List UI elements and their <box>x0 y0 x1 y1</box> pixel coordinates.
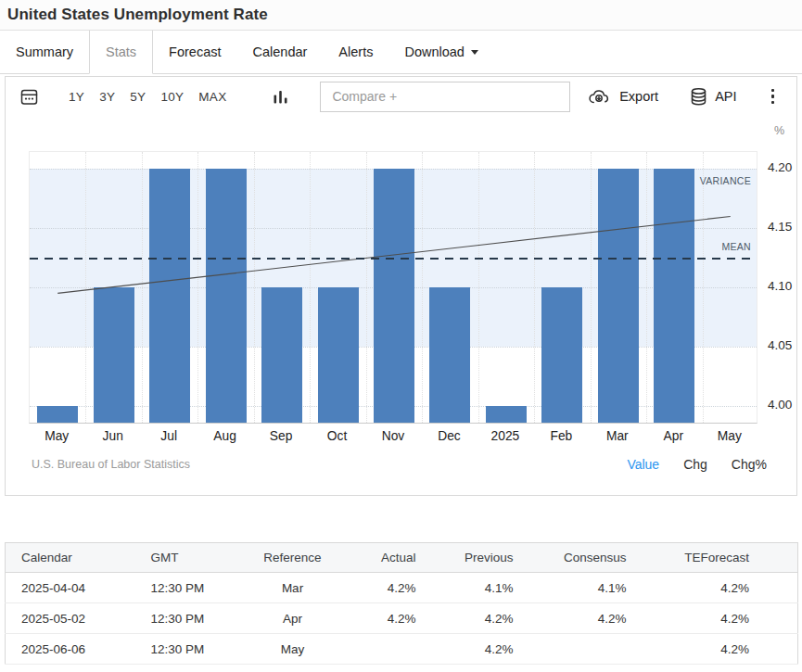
y-tick-label: 4.05 <box>768 338 792 352</box>
column-header-previous: Previous <box>427 543 525 573</box>
chart-type-button[interactable] <box>273 89 288 105</box>
export-button[interactable]: Export <box>587 88 658 106</box>
table-cell: 4.2% <box>638 573 798 603</box>
api-button[interactable]: API <box>690 87 736 107</box>
table-cell: 4.2% <box>427 603 525 634</box>
more-options-button[interactable] <box>769 86 778 108</box>
table-cell: 2025-05-02 <box>6 603 140 634</box>
series-mode-chg-[interactable]: Chg% <box>732 457 767 472</box>
table-cell: 12:30 PM <box>140 573 247 603</box>
chart-card: % VARIANCEMEAN 4.004.054.104.154.20 MayJ… <box>5 116 797 496</box>
range-button-5y[interactable]: 5Y <box>122 84 153 109</box>
chart-plot-area[interactable]: VARIANCEMEAN <box>29 151 757 424</box>
range-buttons: 1Y3Y5Y10YMAX <box>61 84 234 109</box>
table-cell: 4.2% <box>525 603 638 634</box>
source-attribution: U.S. Bureau of Labor Statistics <box>32 458 190 471</box>
table-cell: 4.2% <box>339 603 427 634</box>
table-cell: 2025-04-04 <box>6 573 140 603</box>
column-header-actual: Actual <box>339 543 427 573</box>
tab-label: Forecast <box>169 31 221 73</box>
table-cell: 12:30 PM <box>140 603 247 634</box>
column-header-gmt: GMT <box>140 543 247 573</box>
x-tick-label-may: May <box>697 429 762 443</box>
range-button-1y[interactable]: 1Y <box>61 84 92 109</box>
chart-toolbar: 1Y3Y5Y10YMAX Export <box>5 76 797 117</box>
variance-label: VARIANCE <box>700 175 751 186</box>
tab-calendar[interactable]: Calendar <box>237 31 324 74</box>
column-header-calendar: Calendar <box>6 543 140 573</box>
table-row: 2025-04-0412:30 PMMar4.2%4.1%4.1%4.2% <box>6 573 798 603</box>
tab-summary[interactable]: Summary <box>0 31 89 74</box>
table-cell <box>525 634 638 665</box>
table-cell: 4.1% <box>427 573 525 603</box>
table-cell: 12:30 PM <box>140 634 247 665</box>
range-button-max[interactable]: MAX <box>191 84 234 109</box>
tab-label: Alerts <box>338 31 373 73</box>
series-mode-value[interactable]: Value <box>627 457 659 472</box>
chart-footer: U.S. Bureau of Labor Statistics ValueChg… <box>32 457 767 472</box>
table-cell: 4.2% <box>638 603 798 634</box>
table-cell: 4.2% <box>427 634 525 665</box>
calendar-table: CalendarGMTReferenceActualPreviousConsen… <box>5 542 798 665</box>
tab-alerts[interactable]: Alerts <box>323 31 388 74</box>
tab-bar: SummaryStatsForecastCalendarAlertsDownlo… <box>0 31 802 74</box>
tab-download[interactable]: Download <box>388 31 494 74</box>
mean-line <box>30 258 757 260</box>
bar-chart-icon <box>273 89 288 105</box>
cloud-download-icon <box>587 88 612 106</box>
column-header-teforecast: TEForecast <box>638 543 798 573</box>
series-mode-chg[interactable]: Chg <box>683 457 707 472</box>
trend-line <box>30 152 758 425</box>
y-tick-label: 4.00 <box>768 398 792 412</box>
y-tick-label: 4.10 <box>768 279 792 293</box>
series-mode-links: ValueChgChg% <box>627 457 767 472</box>
tab-label: Summary <box>16 31 73 73</box>
column-header-reference: Reference <box>247 543 339 573</box>
x-axis-labels: MayJunJulAugSepOctNovDec2025FebMarAprMay <box>29 429 757 448</box>
range-button-3y[interactable]: 3Y <box>92 84 122 109</box>
tab-stats[interactable]: Stats <box>89 31 153 74</box>
y-axis-labels: 4.004.054.104.154.20 <box>762 151 802 424</box>
table-row: 2025-05-0212:30 PMApr4.2%4.2%4.2%4.2% <box>6 603 798 634</box>
table-cell: May <box>247 634 339 665</box>
page: United States Unemployment Rate SummaryS… <box>0 0 802 672</box>
table-cell: Mar <box>247 573 339 603</box>
date-range-picker-button[interactable] <box>19 87 39 107</box>
table-cell: 4.2% <box>638 634 798 665</box>
table-cell: 4.1% <box>525 573 638 603</box>
mean-label: MEAN <box>721 241 751 252</box>
tab-forecast[interactable]: Forecast <box>153 31 236 74</box>
compare-input[interactable] <box>320 82 570 112</box>
table-cell <box>339 634 427 665</box>
page-header: United States Unemployment Rate <box>0 0 802 31</box>
column-header-consensus: Consensus <box>525 543 638 573</box>
page-title: United States Unemployment Rate <box>0 0 802 30</box>
y-tick-label: 4.15 <box>768 220 792 234</box>
range-button-10y[interactable]: 10Y <box>153 84 191 109</box>
tab-label: Stats <box>106 31 136 73</box>
table-header: CalendarGMTReferenceActualPreviousConsen… <box>6 543 798 573</box>
y-axis-unit: % <box>774 124 784 137</box>
export-label: Export <box>619 89 658 104</box>
table-cell: Apr <box>247 603 339 634</box>
tab-label: Calendar <box>253 31 308 73</box>
chevron-down-icon <box>471 50 478 55</box>
database-icon <box>690 87 707 107</box>
table-cell: 4.2% <box>339 573 427 603</box>
tab-label: Download <box>404 31 465 73</box>
calendar-icon <box>19 87 39 107</box>
table-cell: 2025-06-06 <box>6 634 140 665</box>
tab-bar-filler <box>494 31 802 74</box>
y-tick-label: 4.20 <box>768 160 792 174</box>
api-label: API <box>715 89 736 104</box>
table-row: 2025-06-0612:30 PMMay4.2%4.2% <box>6 634 798 665</box>
